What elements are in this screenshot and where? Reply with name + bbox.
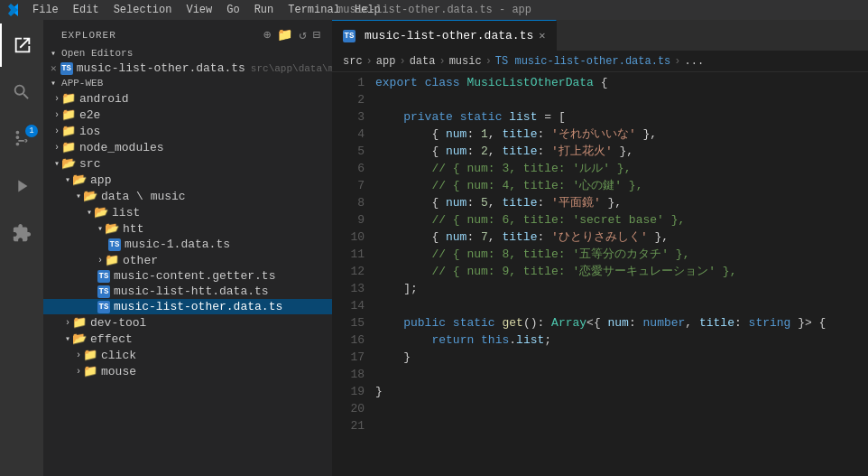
- breadcrumb-dots[interactable]: ...: [685, 55, 705, 68]
- label-e2e: e2e: [79, 108, 100, 122]
- sep4: ›: [485, 55, 492, 68]
- sep2: ›: [399, 55, 405, 68]
- chevron-app-web: ▾: [51, 78, 56, 89]
- open-editor-item[interactable]: ✕ TS music-list-other.data.ts src\app\da…: [43, 61, 332, 76]
- sidebar-header: Explorer ⊕ 📁 ↺ ⊟: [43, 20, 332, 46]
- activity-bar: 1: [0, 20, 43, 476]
- folder-icon-android: 📁: [61, 91, 76, 106]
- chevron-node-modules: ›: [54, 143, 60, 153]
- activity-icon-run[interactable]: [0, 164, 43, 208]
- title-bar-menu[interactable]: File Edit Selection View Go Run Terminal…: [32, 4, 381, 16]
- activity-icon-source-control[interactable]: 1: [0, 117, 43, 161]
- tree-item-e2e[interactable]: › 📁 e2e: [43, 107, 332, 123]
- activity-icon-search[interactable]: [0, 70, 43, 114]
- tree-item-music1[interactable]: TS music-1.data.ts: [43, 237, 332, 252]
- code-line-15: public static get(): Array<{ num: number…: [375, 314, 868, 331]
- chevron-other: ›: [97, 256, 103, 266]
- tree-item-list[interactable]: ▾ 📂 list: [43, 204, 332, 220]
- ts-icon-music-list-htt: TS: [97, 285, 110, 298]
- app-web-label: APP-WEB: [61, 78, 103, 89]
- tree-item-music-list-other[interactable]: TS music-list-other.data.ts: [43, 299, 332, 314]
- tree-item-music-content[interactable]: TS music-content.getter.ts: [43, 268, 332, 284]
- label-effect: effect: [90, 332, 133, 346]
- tree-item-mouse[interactable]: › 📁 mouse: [43, 363, 332, 379]
- label-list: list: [112, 206, 140, 219]
- code-line-13: ];: [375, 280, 868, 297]
- breadcrumb-app[interactable]: app: [376, 55, 396, 68]
- code-line-16: return this.list;: [375, 331, 868, 349]
- tree-item-click[interactable]: › 📁 click: [43, 347, 332, 363]
- tree-item-data-music[interactable]: ▾ 📂 data \ music: [43, 188, 332, 204]
- code-line-6: // { num: 3, title: 'ルル' },: [375, 160, 868, 177]
- breadcrumb-src[interactable]: src: [343, 55, 363, 68]
- menu-selection[interactable]: Selection: [114, 4, 172, 16]
- breadcrumb-music[interactable]: music: [449, 55, 482, 68]
- menu-terminal[interactable]: Terminal: [288, 4, 340, 16]
- activity-icon-extensions[interactable]: [0, 211, 43, 255]
- chevron-click: ›: [76, 350, 81, 360]
- chevron-mouse: ›: [76, 367, 81, 377]
- editor-tab-active[interactable]: TS music-list-other.data.ts ✕: [332, 20, 557, 51]
- tree-item-app[interactable]: ▾ 📂 app: [43, 172, 332, 188]
- folder-icon-mouse: 📁: [83, 364, 97, 378]
- menu-edit[interactable]: Edit: [73, 4, 99, 16]
- tree-item-other[interactable]: › 📁 other: [43, 252, 332, 268]
- sidebar-scroll[interactable]: ▾ Open Editors ✕ TS music-list-other.dat…: [43, 46, 332, 476]
- menu-view[interactable]: View: [186, 4, 212, 16]
- label-dev-tool: dev-tool: [90, 316, 146, 330]
- chevron-src: ▾: [54, 158, 60, 169]
- chevron-app: ▾: [65, 174, 70, 185]
- app-web-toggle[interactable]: ▾ APP-WEB: [43, 76, 332, 90]
- tree-item-ios[interactable]: › 📁 ios: [43, 123, 332, 139]
- ts-icon-music-list-other: TS: [97, 301, 110, 313]
- breadcrumb-data[interactable]: data: [410, 55, 436, 68]
- code-editor[interactable]: 12345 678910 1112131415 1617181920 21 ex…: [332, 72, 868, 476]
- tree-item-android[interactable]: › 📁 android: [43, 90, 332, 107]
- new-folder-icon[interactable]: 📁: [277, 27, 293, 42]
- new-file-icon[interactable]: ⊕: [263, 27, 272, 42]
- menu-run[interactable]: Run: [254, 4, 274, 16]
- refresh-icon[interactable]: ↺: [299, 27, 307, 42]
- label-ios: ios: [79, 125, 100, 138]
- sidebar: Explorer ⊕ 📁 ↺ ⊟ ▾ Open Editors ✕ TS mus…: [43, 20, 332, 476]
- chevron-htt: ▾: [97, 223, 103, 234]
- tab-close-icon[interactable]: ✕: [539, 29, 545, 42]
- close-editor-icon[interactable]: ✕: [51, 62, 57, 74]
- tree-item-effect[interactable]: ▾ 📂 effect: [43, 331, 332, 347]
- tree-item-node-modules[interactable]: › 📁 node_modules: [43, 139, 332, 155]
- code-line-4: { num: 1, title: 'それがいいな' },: [375, 126, 868, 143]
- folder-icon-src: 📂: [61, 156, 76, 171]
- ts-icon-music1: TS: [108, 238, 121, 251]
- code-line-8: { num: 5, title: '平面鏡' },: [375, 194, 868, 211]
- label-app: app: [90, 173, 111, 187]
- chevron-e2e: ›: [54, 110, 60, 120]
- line-numbers: 12345 678910 1112131415 1617181920 21: [332, 72, 372, 476]
- tree-item-htt[interactable]: ▾ 📂 htt: [43, 220, 332, 237]
- folder-icon-click: 📁: [83, 348, 97, 362]
- app-web-section: ▾ APP-WEB › 📁 android › 📁 e2e ›: [43, 76, 332, 379]
- activity-icon-explorer[interactable]: [0, 23, 43, 67]
- label-click: click: [101, 349, 136, 362]
- code-line-2: [375, 91, 868, 108]
- code-line-11: // { num: 8, title: '五等分のカタチ' },: [375, 246, 868, 263]
- open-editors-toggle[interactable]: ▾ Open Editors: [43, 46, 332, 61]
- code-line-5: { num: 2, title: '打上花火' },: [375, 143, 868, 160]
- tree-item-src[interactable]: ▾ 📂 src: [43, 155, 332, 172]
- code-content[interactable]: export class MusicListOtherData { privat…: [372, 72, 868, 476]
- breadcrumb-file[interactable]: TS music-list-other.data.ts: [495, 55, 670, 68]
- collapse-icon[interactable]: ⊟: [313, 27, 321, 42]
- sep5: ›: [674, 55, 680, 68]
- tree-item-dev-tool[interactable]: › 📁 dev-tool: [43, 314, 332, 331]
- code-line-7: // { num: 4, title: '心の鍵' },: [375, 177, 868, 194]
- label-mouse: mouse: [101, 365, 136, 378]
- label-music-list-htt: music-list-htt.data.ts: [114, 285, 269, 298]
- label-htt: htt: [123, 222, 143, 236]
- folder-icon-htt: 📂: [105, 221, 119, 236]
- tree-item-music-list-htt[interactable]: TS music-list-htt.data.ts: [43, 284, 332, 299]
- label-node-modules: node_modules: [79, 141, 164, 154]
- code-line-3: private static list = [: [375, 108, 868, 126]
- menu-file[interactable]: File: [32, 4, 59, 16]
- folder-icon-dev-tool: 📁: [72, 315, 87, 330]
- menu-go[interactable]: Go: [226, 4, 239, 16]
- label-src: src: [79, 157, 100, 171]
